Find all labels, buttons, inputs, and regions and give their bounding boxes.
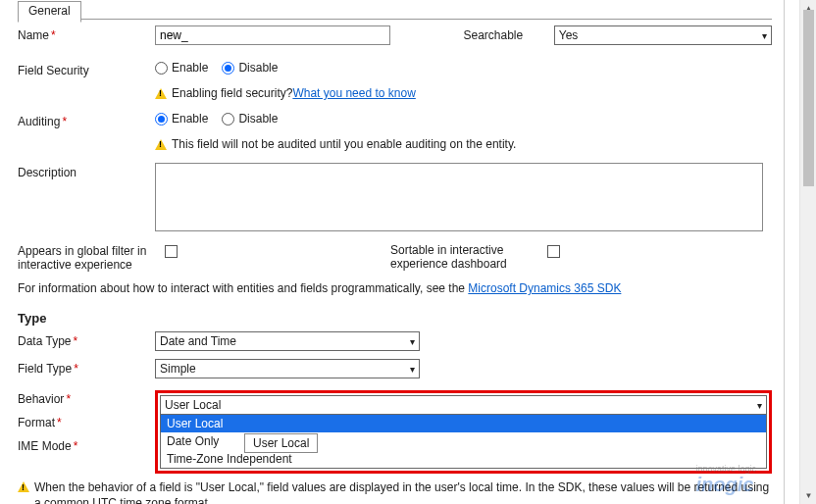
ime-mode-label: IME Mode* xyxy=(18,439,155,453)
searchable-label: Searchable xyxy=(464,28,554,42)
name-label: Name* xyxy=(18,25,155,42)
sdk-link[interactable]: Microsoft Dynamics 365 SDK xyxy=(468,281,621,295)
scroll-down-icon[interactable]: ▼ xyxy=(800,487,816,504)
chevron-down-icon: ▾ xyxy=(762,30,767,41)
sortable-label: Sortable in interactive experience dashb… xyxy=(390,241,547,271)
behavior-label: Behavior* xyxy=(18,392,155,406)
auditing-enable-radio[interactable]: Enable xyxy=(155,112,208,126)
field-type-select[interactable]: Simple ▾ xyxy=(155,359,420,378)
behavior-select[interactable]: User Local ▾ xyxy=(160,395,767,415)
warning-icon xyxy=(155,88,167,99)
description-label: Description xyxy=(18,163,155,179)
behavior-tooltip: User Local xyxy=(244,433,318,453)
field-security-label: Field Security xyxy=(18,61,155,77)
warning-icon xyxy=(155,139,167,150)
behavior-footnote: When the behavior of a field is "User Lo… xyxy=(34,479,772,504)
behavior-highlight: User Local ▾ User Local Date Only Time-Z… xyxy=(155,390,772,474)
behavior-option-user-local[interactable]: User Local xyxy=(161,415,766,432)
type-heading: Type xyxy=(18,311,772,326)
behavior-options-list: User Local Date Only Time-Zone Independe… xyxy=(160,415,767,469)
data-type-label: Data Type* xyxy=(18,331,155,348)
field-security-enable-radio[interactable]: Enable xyxy=(155,61,208,75)
chevron-down-icon: ▾ xyxy=(757,400,762,411)
description-textarea[interactable] xyxy=(155,163,763,231)
format-label: Format* xyxy=(18,416,155,429)
vertical-scrollbar[interactable]: ▲ ▼ xyxy=(799,0,816,504)
tab-strip: General xyxy=(18,0,772,20)
field-security-info-link[interactable]: What you need to know xyxy=(292,86,415,100)
field-type-label: Field Type* xyxy=(18,359,155,376)
warning-icon xyxy=(18,481,29,492)
field-security-info-prefix: Enabling field security? xyxy=(172,86,292,100)
data-type-select[interactable]: Date and Time ▾ xyxy=(155,331,420,351)
field-security-disable-radio[interactable]: Disable xyxy=(222,61,278,75)
auditing-disable-radio[interactable]: Disable xyxy=(222,112,278,126)
tab-general[interactable]: General xyxy=(18,1,81,23)
searchable-select[interactable]: Yes ▾ xyxy=(554,25,772,45)
auditing-info: This field will not be audited until you… xyxy=(172,137,516,151)
name-input[interactable] xyxy=(155,25,390,45)
scroll-thumb[interactable] xyxy=(803,10,814,186)
auditing-label: Auditing* xyxy=(18,112,155,128)
sdk-text: For information about how to interact wi… xyxy=(18,281,468,295)
chevron-down-icon: ▾ xyxy=(410,364,415,375)
global-filter-checkbox[interactable] xyxy=(165,245,178,258)
chevron-down-icon: ▾ xyxy=(410,336,415,347)
global-filter-label: Appears in global filter in interactive … xyxy=(18,241,165,272)
sortable-checkbox[interactable] xyxy=(547,245,560,258)
